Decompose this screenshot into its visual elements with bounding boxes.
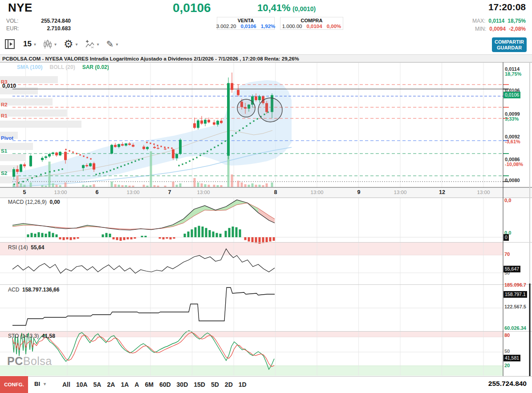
app-window: NYE VOL: 255.724.840 EUR: 2.710.683 0,01… <box>0 0 532 393</box>
total-volume: 255.724.840 <box>488 380 527 388</box>
sto-value: 41,58 <box>42 333 55 339</box>
range-button-60d[interactable]: 60D <box>159 381 171 388</box>
rsi-label: RSI (14) <box>8 244 28 251</box>
acd-value: 158.797.136,66 <box>22 287 59 293</box>
pcbolsa-watermark: PCBolsa <box>7 355 52 368</box>
range-button-5d[interactable]: 5D <box>211 381 219 388</box>
range-selector: All10A5A2A1AA6M60D30D15D5D2D1D <box>62 379 247 390</box>
range-button-5a[interactable]: 5A <box>93 381 102 388</box>
range-button-1a[interactable]: 1A <box>121 381 129 388</box>
rsi-panel-header: RSI (14) 55,64 <box>8 244 44 251</box>
watermark-bolsa: Bolsa <box>23 355 52 367</box>
acd-panel-header: ACD 158.797.136,66 <box>8 287 59 293</box>
bi-value: BI <box>34 381 40 387</box>
macd-panel-header: MACD (12,26,9) 0,00 <box>8 199 60 205</box>
range-button-a[interactable]: A <box>134 381 139 388</box>
range-button-30d[interactable]: 30D <box>177 381 188 388</box>
sto-panel-header: STO (14,3,3) 41,58 <box>8 333 55 339</box>
range-button-2d[interactable]: 2D <box>225 381 233 388</box>
rsi-value: 55,64 <box>31 244 44 251</box>
range-button-10a[interactable]: 10A <box>76 381 88 388</box>
sto-label: STO (14,3,3) <box>8 333 39 339</box>
macd-value: 0,00 <box>49 199 60 205</box>
watermark-pc: PC <box>7 355 23 367</box>
config-button[interactable]: CONFG. <box>0 376 28 393</box>
chevron-down-icon: ▾ <box>44 381 46 386</box>
range-button-all[interactable]: All <box>62 381 70 388</box>
chart-canvas[interactable] <box>0 0 532 393</box>
symbol-mode-select[interactable]: BI ▾ <box>34 381 46 387</box>
range-button-6m[interactable]: 6M <box>145 381 153 388</box>
macd-label: MACD (12,26,9) <box>8 199 47 205</box>
acd-label: ACD <box>8 287 19 293</box>
range-button-15d[interactable]: 15D <box>194 381 205 388</box>
range-button-2a[interactable]: 2A <box>107 381 115 388</box>
range-button-1d[interactable]: 1D <box>239 381 247 388</box>
